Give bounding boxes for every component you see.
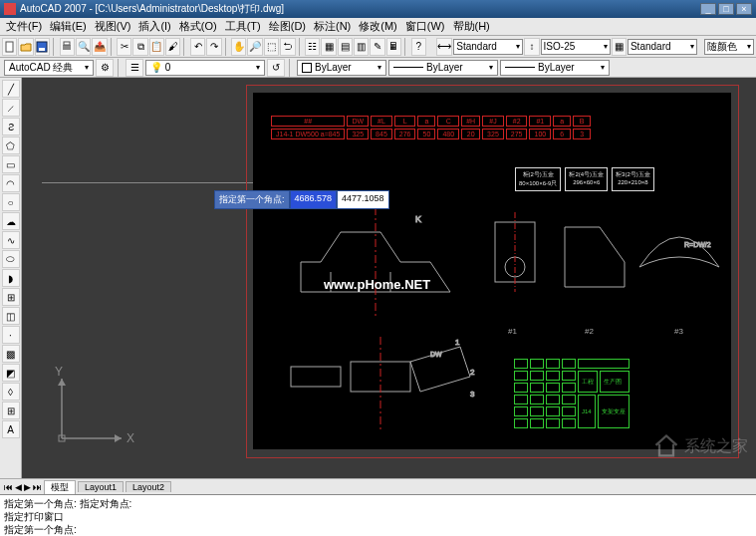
dcenter-icon[interactable]: ▦ — [321, 38, 336, 56]
layout-tab-bar: ⏮ ◀ ▶ ⏭ 模型 Layout1 Layout2 — [0, 478, 756, 494]
drawing-canvas[interactable]: ##DW#L LaC #H#J#2 #1aB J14-1 DW500 a=845… — [22, 78, 756, 478]
save-icon[interactable] — [35, 38, 50, 56]
match-icon[interactable]: 🖌 — [165, 38, 180, 56]
arc-icon[interactable]: ◠ — [2, 174, 20, 192]
dimstyle-value: ISO-25 — [544, 41, 576, 52]
tab-nav-prev-icon[interactable]: ◀ — [15, 482, 22, 492]
menu-window[interactable]: 窗口(W) — [401, 19, 449, 34]
dimstyle-combo[interactable]: ISO-25 — [541, 39, 611, 55]
mtext-icon[interactable]: A — [2, 420, 20, 438]
layer-prev-icon[interactable]: ↺ — [267, 59, 285, 77]
paste-icon[interactable]: 📋 — [149, 38, 164, 56]
detail-3-sketch: R=DW/2 — [634, 217, 724, 297]
qcalc-icon[interactable]: 🖩 — [386, 38, 401, 56]
tab-nav-last-icon[interactable]: ⏭ — [33, 482, 42, 492]
minimize-button[interactable]: _ — [700, 3, 716, 15]
tab-nav-first-icon[interactable]: ⏮ — [4, 482, 13, 492]
tab-nav-next-icon[interactable]: ▶ — [24, 482, 31, 492]
cut-icon[interactable]: ✂ — [117, 38, 131, 56]
workspace-settings-icon[interactable]: ⚙ — [96, 59, 114, 77]
svg-text:DW: DW — [430, 351, 442, 358]
menu-modify[interactable]: 修改(M) — [355, 19, 401, 34]
close-button[interactable]: × — [736, 3, 752, 15]
redo-icon[interactable]: ↷ — [206, 38, 221, 56]
toolpal-icon[interactable]: ▤ — [338, 38, 353, 56]
ellipsearc-icon[interactable]: ◗ — [2, 269, 20, 287]
layer-props-icon[interactable]: ☰ — [126, 59, 143, 77]
front-view-sketch: K — [291, 202, 460, 322]
revcloud-icon[interactable]: ☁ — [2, 212, 20, 230]
tablestyle-combo[interactable]: Standard — [628, 39, 697, 55]
color-value: ByLayer — [315, 62, 352, 73]
app-icon — [4, 3, 16, 15]
pline-icon[interactable]: Ƨ — [2, 118, 20, 135]
markup-icon[interactable]: ✎ — [370, 38, 384, 56]
menu-file[interactable]: 文件(F) — [2, 19, 46, 34]
textstyle-combo[interactable]: Standard — [453, 39, 523, 55]
menu-view[interactable]: 视图(V) — [91, 19, 135, 34]
command-line[interactable]: 指定第一个角点: 指定对角点: 指定打印窗口 指定第一个角点: — [0, 494, 756, 536]
spline-icon[interactable]: ∿ — [2, 231, 20, 249]
region-icon[interactable]: ◊ — [2, 383, 20, 401]
part-summary-boxes: 柜(2号)五金80×100×6-9只 柜2(4号)五金296×60×6 柜3(2… — [515, 167, 654, 191]
insert-icon[interactable]: ⊞ — [2, 288, 20, 306]
print-icon[interactable] — [60, 38, 75, 56]
tooltip-y-field[interactable]: 4477.1058 — [337, 190, 389, 209]
textstyle-value: Standard — [456, 41, 497, 52]
layer-combo[interactable]: 💡 0 — [145, 60, 265, 76]
linetype-preview-icon — [393, 67, 423, 68]
rectangle-icon[interactable]: ▭ — [2, 155, 20, 173]
table-icon[interactable]: ⊞ — [2, 402, 20, 419]
zoom-icon[interactable]: 🔎 — [247, 38, 262, 56]
line-icon[interactable]: ╱ — [2, 80, 20, 98]
preview-icon[interactable]: 🔍 — [76, 38, 91, 56]
menu-draw[interactable]: 绘图(D) — [265, 19, 310, 34]
gradient-icon[interactable]: ◩ — [2, 364, 20, 382]
polygon-icon[interactable]: ⬠ — [2, 136, 20, 154]
plotstyle-combo[interactable]: 随颜色 — [704, 39, 754, 55]
menu-dim[interactable]: 标注(N) — [310, 19, 355, 34]
linetype-combo[interactable]: ByLayer — [388, 60, 498, 76]
help-icon[interactable]: ? — [411, 38, 426, 56]
lineweight-value: ByLayer — [538, 62, 575, 73]
menu-format[interactable]: 格式(O) — [175, 19, 221, 34]
workspace-value: AutoCAD 经典 — [9, 61, 73, 75]
tab-layout1[interactable]: Layout1 — [78, 481, 124, 492]
new-icon[interactable] — [2, 38, 17, 56]
menu-edit[interactable]: 编辑(E) — [46, 19, 91, 34]
copy-icon[interactable]: ⧉ — [132, 38, 147, 56]
publish-icon[interactable]: 📤 — [92, 38, 107, 56]
open-icon[interactable] — [18, 38, 33, 56]
dim-linear-icon[interactable]: ⟷ — [436, 38, 452, 56]
svg-text:3: 3 — [470, 390, 475, 399]
ellipse-icon[interactable]: ⬭ — [2, 250, 20, 268]
menu-insert[interactable]: 插入(I) — [134, 19, 174, 34]
xline-icon[interactable]: ⟋ — [2, 99, 20, 117]
lineweight-preview-icon — [505, 67, 535, 68]
color-swatch-icon — [302, 63, 312, 73]
tab-model[interactable]: 模型 — [44, 480, 76, 494]
pan-icon[interactable]: ✋ — [231, 38, 246, 56]
hatch-icon[interactable]: ▩ — [2, 345, 20, 363]
svg-text:X: X — [126, 431, 134, 445]
lineweight-combo[interactable]: ByLayer — [500, 60, 610, 76]
maximize-button[interactable]: □ — [718, 3, 734, 15]
ucs-icon: X Y — [52, 364, 141, 453]
color-combo[interactable]: ByLayer — [297, 60, 386, 76]
point-icon[interactable]: · — [2, 326, 20, 344]
tab-layout2[interactable]: Layout2 — [126, 481, 171, 492]
block-icon[interactable]: ◫ — [2, 307, 20, 325]
circle-icon[interactable]: ○ — [2, 193, 20, 211]
menu-help[interactable]: 帮助(H) — [449, 19, 494, 34]
tooltip-x-field[interactable]: 4686.578 — [290, 190, 338, 209]
undo-icon[interactable]: ↶ — [190, 38, 205, 56]
tablestyle-icon[interactable]: ▦ — [612, 38, 627, 56]
properties-icon[interactable]: ☷ — [305, 38, 320, 56]
zoom-window-icon[interactable]: ⬚ — [264, 38, 279, 56]
zoom-prev-icon[interactable]: ⮌ — [280, 38, 295, 56]
sheetset-icon[interactable]: ▥ — [354, 38, 369, 56]
tooltip-prompt: 指定第一个角点: — [214, 190, 290, 209]
dimstyle-icon[interactable]: ↕ — [524, 38, 539, 56]
menu-tools[interactable]: 工具(T) — [221, 19, 265, 34]
workspace-combo[interactable]: AutoCAD 经典 — [4, 60, 94, 76]
